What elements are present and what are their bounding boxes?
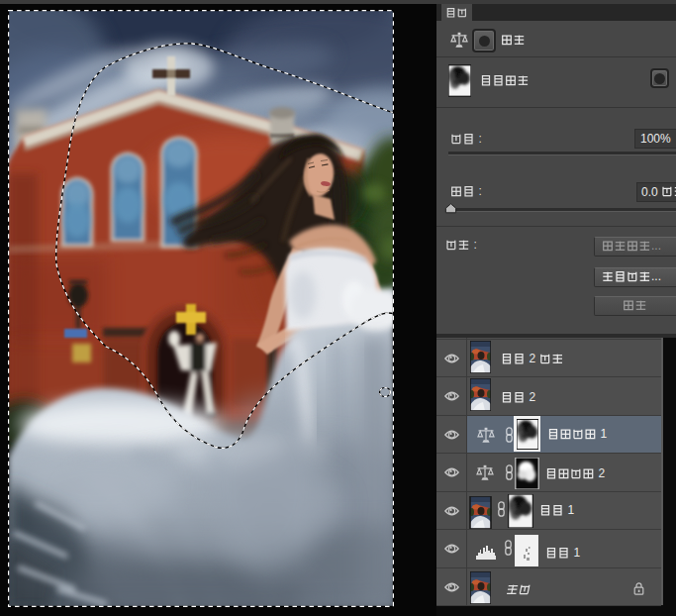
svg-text:1: 1 xyxy=(568,503,575,517)
svg-text:1: 1 xyxy=(574,546,581,560)
svg-text::: : xyxy=(474,238,477,252)
svg-text:2: 2 xyxy=(530,352,536,365)
svg-text:2: 2 xyxy=(599,466,606,480)
svg-text::: : xyxy=(479,184,482,198)
svg-text:2: 2 xyxy=(530,390,536,404)
svg-text::: : xyxy=(479,132,482,146)
svg-text:1: 1 xyxy=(601,427,608,441)
